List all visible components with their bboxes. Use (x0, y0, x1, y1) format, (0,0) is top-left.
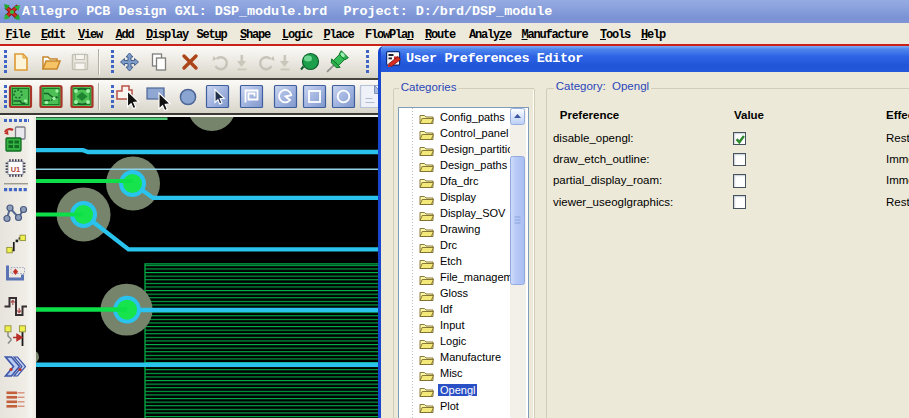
svg-text:U1: U1 (11, 165, 21, 174)
